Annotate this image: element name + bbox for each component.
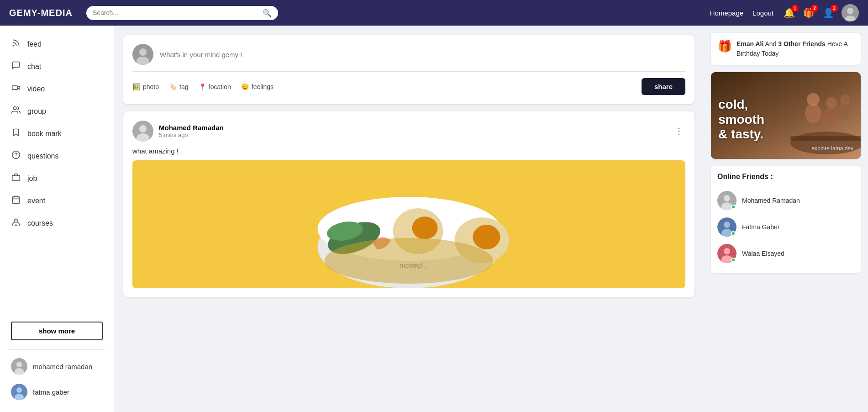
online-avatar-wrap-2	[717, 217, 736, 237]
composer-actions: 🖼️ photo 🏷️ tag 📍 location 😊 feelings sh…	[132, 72, 685, 95]
svg-point-3	[13, 45, 14, 46]
online-avatar-wrap-3	[717, 244, 736, 263]
sidebar-label-video: video	[27, 85, 45, 93]
sidebar-label-job: job	[27, 174, 37, 183]
post-author-avatar	[132, 121, 153, 142]
friend-avatar-2	[11, 384, 27, 400]
svg-point-50	[724, 222, 730, 228]
avatar-image	[842, 4, 859, 21]
group-icon	[11, 106, 21, 117]
sidebar-label-questions: questions	[27, 152, 59, 160]
header: GEMY-MEDIA 🔍 Homepage Logout 🔔 1 🎁 2 👤 3	[0, 0, 868, 26]
sidebar-item-questions[interactable]: questions	[0, 145, 114, 167]
online-dot-1	[731, 205, 736, 209]
homepage-link[interactable]: Homepage	[710, 9, 743, 17]
svg-point-24	[139, 125, 147, 132]
feelings-label: feelings	[252, 83, 274, 90]
friend-name-1: mohamed ramadan	[33, 363, 92, 370]
svg-point-5	[13, 107, 16, 110]
sidebar-item-bookmark[interactable]: book mark	[0, 122, 114, 145]
sidebar-friend-2[interactable]: fatma gaber	[0, 379, 114, 405]
photo-icon: 🖼️	[132, 83, 140, 90]
video-icon	[11, 83, 21, 95]
post-image-svg: mostegl...	[132, 160, 685, 288]
sidebar-item-video[interactable]: video	[0, 78, 114, 100]
ad-card: cold, smooth & tasty. explore lama dev	[711, 72, 861, 159]
bell-badge: 1	[791, 5, 799, 12]
user-notification-button[interactable]: 👤 3	[822, 6, 835, 19]
svg-point-34	[473, 225, 500, 249]
photo-action-button[interactable]: 🖼️ photo	[132, 83, 159, 90]
right-panel: 🎁 Eman Ali And 3 Other Friends Heve A Bi…	[704, 26, 868, 412]
online-dot-3	[731, 258, 736, 262]
sidebar-label-event: event	[27, 197, 45, 205]
sidebar-label-courses: courses	[27, 219, 53, 227]
search-bar: 🔍	[86, 6, 278, 20]
ad-footer: explore lama dev	[718, 145, 853, 152]
bell-notification-button[interactable]: 🔔 1	[783, 6, 796, 19]
nav-items: feed chat video	[0, 33, 114, 318]
tag-action-button[interactable]: 🏷️ tag	[169, 83, 188, 90]
ad-content: cold, smooth & tasty. explore lama dev	[711, 90, 861, 159]
sidebar-friend-1[interactable]: mohamed ramadan	[0, 354, 114, 379]
location-action-button[interactable]: 📍 location	[199, 83, 231, 90]
online-friends-title: Online Friends :	[717, 173, 854, 181]
svg-point-18	[16, 387, 22, 393]
sidebar-label-bookmark: book mark	[27, 130, 62, 138]
svg-text:mostegl...: mostegl...	[400, 262, 428, 269]
share-button[interactable]: share	[642, 78, 685, 95]
logout-link[interactable]: Logout	[752, 9, 773, 17]
event-icon	[11, 195, 21, 206]
post-image: mostegl...	[132, 160, 685, 288]
location-icon: 📍	[199, 83, 206, 90]
user-avatar[interactable]	[842, 4, 859, 21]
logo: GEMY-MEDIA	[9, 8, 73, 18]
post-meta: Mohamed Ramadan 5 mins ago	[159, 124, 667, 138]
search-icon[interactable]: 🔍	[263, 9, 272, 17]
birthday-icon: 🎁	[717, 39, 732, 53]
sidebar-item-event[interactable]: event	[0, 190, 114, 212]
online-dot-2	[731, 231, 736, 236]
composer-input[interactable]	[160, 51, 685, 58]
main-layout: feed chat video	[0, 26, 868, 412]
birthday-text: Eman Ali And 3 Other Friends Heve A Birt…	[736, 39, 854, 58]
svg-rect-9	[13, 196, 20, 203]
post-text: what amazing !	[132, 147, 685, 155]
chat-icon	[11, 61, 21, 72]
sidebar-item-job[interactable]: job	[0, 167, 114, 190]
svg-rect-8	[12, 175, 20, 181]
post-card-1: Mohamed Ramadan 5 mins ago ⋮ what amazin…	[123, 111, 694, 297]
post-header: Mohamed Ramadan 5 mins ago ⋮	[132, 121, 685, 142]
online-friend-2[interactable]: Fatma Gaber	[717, 214, 854, 240]
sidebar-item-feed[interactable]: feed	[0, 33, 114, 55]
ad-line2: smooth	[718, 112, 764, 127]
ad-line1: cold,	[718, 97, 748, 111]
online-avatar-wrap-1	[717, 191, 736, 210]
friend-name-2: fatma gaber	[33, 388, 69, 396]
composer-avatar	[132, 44, 153, 65]
online-friend-3[interactable]: Walaa Elsayed	[717, 240, 854, 267]
online-friend-1[interactable]: Mohamed Ramadan	[717, 187, 854, 214]
header-icons: 🔔 1 🎁 2 👤 3	[783, 4, 859, 21]
svg-point-15	[16, 362, 22, 367]
show-more-button[interactable]: show more	[11, 322, 103, 340]
friend-avatar-1	[11, 358, 27, 375]
post-composer: 🖼️ photo 🏷️ tag 📍 location 😊 feelings sh…	[123, 35, 694, 104]
sidebar: feed chat video	[0, 26, 114, 412]
sidebar-item-chat[interactable]: chat	[0, 55, 114, 78]
sidebar-label-group: group	[27, 107, 46, 116]
sidebar-item-courses[interactable]: courses	[0, 212, 114, 234]
search-input[interactable]	[93, 9, 259, 16]
gift-notification-button[interactable]: 🎁 2	[802, 6, 815, 19]
location-label: location	[209, 83, 231, 90]
svg-point-21	[139, 48, 147, 56]
sidebar-item-group[interactable]: group	[0, 100, 114, 122]
header-nav: Homepage Logout 🔔 1 🎁 2 👤 3	[710, 4, 859, 21]
tag-icon: 🏷️	[169, 83, 177, 90]
user-badge: 3	[831, 5, 838, 12]
post-more-button[interactable]: ⋮	[673, 124, 685, 138]
tag-label: tag	[179, 83, 188, 90]
sidebar-divider	[9, 349, 105, 350]
birthday-others: 3 Other Friends	[778, 40, 825, 48]
feelings-action-button[interactable]: 😊 feelings	[241, 83, 274, 90]
